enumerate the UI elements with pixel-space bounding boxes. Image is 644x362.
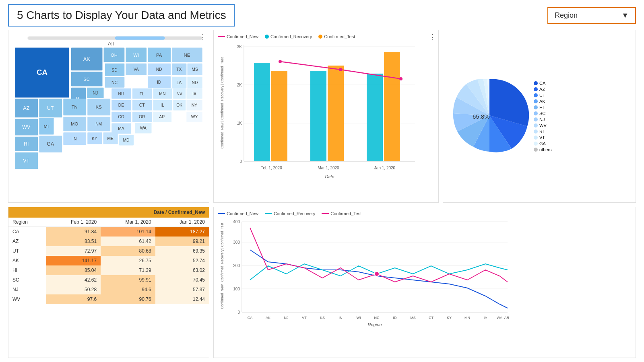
data-table: Date / Confirmed_New Region Feb 1, 2020 … (8, 207, 209, 304)
svg-text:NM: NM (95, 122, 102, 126)
line-legend-test: Confirmed_Test (322, 211, 361, 216)
table-cell-region: SC (8, 275, 46, 285)
line-legend-recovery-color (265, 213, 272, 214)
table-cell-feb: 91.84 (46, 227, 101, 237)
pie-center-label: 65.8% (473, 113, 490, 120)
svg-text:WA: WA (497, 316, 502, 320)
svg-text:KY: KY (92, 136, 97, 141)
svg-text:WA: WA (140, 126, 147, 130)
pie-legend-nj: NJ (534, 117, 552, 122)
table-row: SC42.6299.9170.45 (8, 275, 209, 285)
svg-text:CT: CT (429, 316, 433, 320)
table-cell-feb: 83.51 (46, 237, 101, 246)
svg-text:PA: PA (156, 53, 162, 58)
svg-text:WI: WI (357, 316, 361, 320)
col-mar: Mar 1, 2020 (101, 218, 155, 227)
svg-text:OK: OK (176, 103, 182, 107)
col-header-row: Region Feb 1, 2020 Mar 1, 2020 Jan 1, 20… (8, 218, 209, 227)
svg-text:OR: OR (139, 115, 145, 119)
pie-chart-panel: 65.8% CA AZ UT AK (443, 30, 636, 203)
svg-text:Confirmed_New | Confirmed_Reco: Confirmed_New | Confirmed_Recovery | Con… (220, 222, 224, 309)
svg-text:DE: DE (118, 103, 124, 107)
svg-text:IA: IA (484, 316, 487, 320)
pie-legend-ak: AK (534, 99, 552, 104)
svg-text:IL: IL (161, 103, 164, 107)
col-feb: Feb 1, 2020 (46, 218, 101, 227)
legend-new-label: Confirmed_New (227, 211, 258, 216)
region-dropdown[interactable]: Region ▼ (547, 7, 636, 24)
svg-text:KS: KS (320, 316, 325, 320)
bar-legend: Confirmed_New Confirmed_Recovery Confirm… (218, 34, 434, 39)
treemap-menu-icon[interactable]: ⋮ (199, 33, 206, 41)
svg-text:LA: LA (176, 80, 182, 85)
svg-rect-111 (271, 71, 287, 161)
line-chart-svg: 0 100 200 300 400 Confirmed_New | Confir… (218, 218, 512, 334)
legend-dot-recovery (265, 35, 269, 39)
dropdown-label: Region (555, 11, 578, 20)
table-row: WV97.690.7612.44 (8, 294, 209, 304)
svg-rect-1 (115, 36, 165, 39)
svg-point-116 (279, 60, 282, 63)
svg-text:MI: MI (44, 124, 49, 129)
table-cell-mar: 26.75 (101, 256, 155, 265)
svg-text:NH: NH (118, 92, 124, 96)
bar-chart-menu-icon[interactable]: ⋮ (429, 33, 436, 41)
table-cell-feb: 97.6 (46, 294, 101, 304)
table-cell-region: WV (8, 294, 46, 304)
line-chart-panel: Confirmed_New Confirmed_Recovery Confirm… (213, 207, 636, 358)
svg-point-118 (399, 77, 402, 80)
svg-text:AK: AK (266, 316, 270, 320)
svg-text:SD: SD (111, 68, 117, 72)
table-row: AZ83.5161.4299.21 (8, 237, 209, 246)
pie-legend-ut: UT (534, 93, 552, 98)
pie-legend-ga: GA (534, 141, 552, 146)
header-row: 5 Charts to Display Your Data and Metric… (8, 4, 636, 27)
table-cell-mar: 61.42 (101, 237, 155, 246)
line-legend-recovery: Confirmed_Recovery (265, 211, 315, 216)
svg-text:0: 0 (237, 310, 240, 315)
table-cell-jan: 52.74 (155, 256, 209, 265)
table-cell-jan: 99.21 (155, 237, 209, 246)
page-container: 5 Charts to Display Your Data and Metric… (0, 0, 644, 362)
table-cell-region: CA (8, 227, 46, 237)
table-row: HI85.0471.3963.02 (8, 265, 209, 275)
svg-text:KS: KS (96, 105, 102, 109)
svg-text:OH: OH (111, 53, 118, 58)
pie-legend-wv: WV (534, 123, 552, 128)
svg-text:100: 100 (233, 287, 240, 291)
pie-legend-hi: HI (534, 105, 552, 110)
table-cell-jan: 70.45 (155, 275, 209, 285)
pie-legend-others: others (534, 147, 552, 152)
table-cell-mar: 94.6 (101, 285, 155, 294)
svg-text:3K: 3K (237, 45, 242, 49)
svg-text:0: 0 (239, 159, 242, 164)
legend-test-label: Confirmed_Test (330, 211, 361, 216)
svg-text:VA: VA (134, 67, 139, 72)
svg-text:CO: CO (118, 115, 124, 119)
bar-legend-test: Confirmed_Test (318, 34, 355, 39)
svg-text:VT: VT (302, 316, 307, 320)
table-cell-jan: 63.02 (155, 265, 209, 275)
pie-chart-svg: 65.8% (449, 75, 530, 156)
svg-text:Date: Date (325, 174, 334, 179)
svg-text:1K: 1K (237, 121, 242, 125)
legend-label-new: Confirmed_New (227, 34, 258, 39)
table-panel: Date / Confirmed_New Region Feb 1, 2020 … (8, 207, 209, 358)
line-legend-test-color (322, 213, 329, 214)
pie-legend-vt: VT (534, 135, 552, 140)
svg-text:NY: NY (192, 103, 197, 107)
svg-rect-114 (367, 74, 383, 161)
svg-text:AR: AR (504, 316, 510, 320)
table-row: UT72.9780.6869.35 (8, 246, 209, 256)
svg-text:AZ: AZ (23, 105, 29, 111)
svg-text:NJ: NJ (93, 91, 98, 95)
line-legend-new-color (218, 213, 225, 214)
table-cell-feb: 72.97 (46, 246, 101, 256)
legend-line-new (218, 36, 225, 37)
table-cell-mar: 71.39 (101, 265, 155, 275)
svg-text:MD: MD (123, 138, 129, 142)
svg-text:TX: TX (176, 67, 182, 72)
pie-legend-sc: SC (534, 111, 552, 116)
table-cell-mar: 101.14 (101, 227, 155, 237)
svg-text:400: 400 (233, 220, 240, 224)
